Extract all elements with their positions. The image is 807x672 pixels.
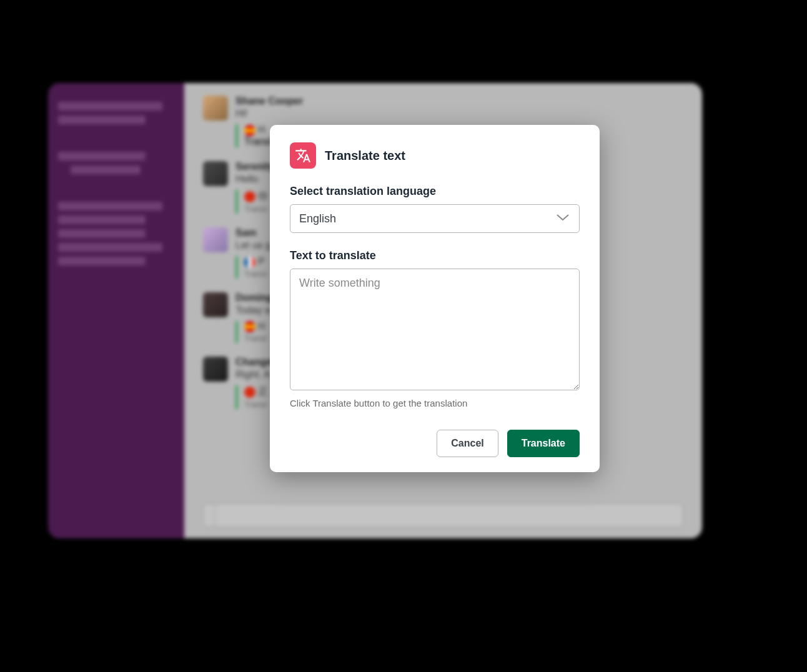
sidebar (48, 83, 184, 538)
modal-footer: Cancel Translate (290, 430, 580, 457)
translate-app-icon (290, 142, 316, 169)
language-select[interactable]: English (290, 204, 580, 233)
avatar (203, 96, 228, 121)
language-selected-value: English (299, 212, 336, 225)
sidebar-item (58, 257, 146, 265)
avatar (203, 161, 228, 186)
message-text: Hi! (235, 108, 683, 119)
compose-input[interactable] (203, 503, 683, 527)
avatar (203, 292, 228, 317)
sidebar-item (58, 202, 162, 210)
sidebar-item (71, 166, 141, 174)
sidebar-item (58, 215, 146, 224)
modal-title: Translate text (325, 149, 405, 163)
flag-cn-icon (244, 191, 255, 202)
cancel-button[interactable]: Cancel (437, 430, 498, 457)
sidebar-item (58, 243, 162, 252)
translate-button[interactable]: Translate (507, 430, 580, 457)
flag-es-icon (244, 125, 255, 136)
translate-modal: Translate text Select translation langua… (270, 125, 600, 472)
avatar (203, 227, 228, 252)
sidebar-item (58, 152, 146, 161)
message-sender: Shane Cooper (235, 96, 683, 107)
hint-text: Click Translate button to get the transl… (290, 398, 580, 408)
flag-cn-icon (244, 387, 255, 398)
text-input-label: Text to translate (290, 249, 580, 262)
flag-es-icon (244, 321, 255, 332)
avatar (203, 357, 228, 382)
sidebar-item (58, 229, 146, 238)
sidebar-item (58, 102, 162, 111)
compose-handle (204, 504, 215, 526)
modal-header: Translate text (290, 142, 580, 169)
text-to-translate-input[interactable] (290, 269, 580, 390)
sidebar-item (58, 116, 146, 124)
language-select-label: Select translation language (290, 185, 580, 198)
flag-fr-icon (244, 257, 255, 268)
